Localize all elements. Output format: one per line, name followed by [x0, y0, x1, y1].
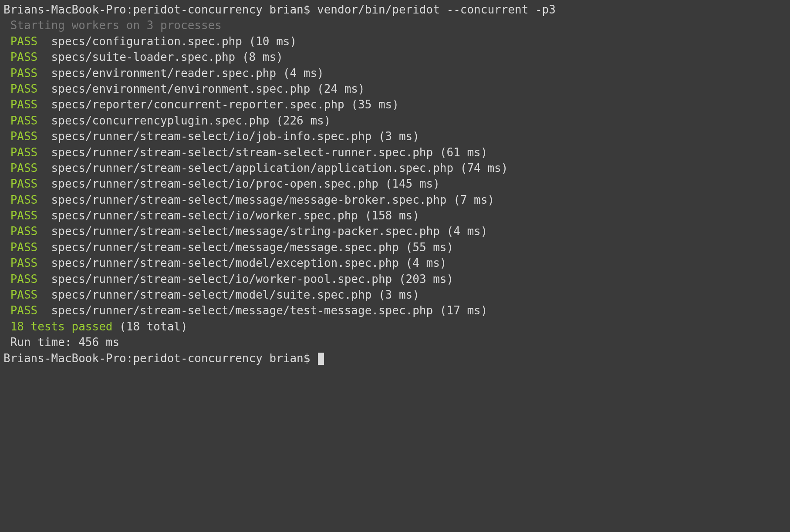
spec-file: specs/runner/stream-select/io/job-info.s…: [51, 130, 372, 143]
spec-time: (3 ms): [378, 130, 419, 143]
shell-prompt: Brians-MacBook-Pro:peridot-concurrency b…: [3, 3, 310, 16]
spec-file: specs/configuration.spec.php: [51, 35, 242, 48]
spec-time: (55 ms): [406, 241, 454, 254]
results-list: PASS specs/configuration.spec.php (10 ms…: [3, 34, 787, 319]
result-line: PASS specs/runner/stream-select/message/…: [3, 192, 787, 208]
pass-label: PASS: [3, 162, 37, 175]
spec-time: (3 ms): [378, 288, 419, 301]
spec-time: (226 ms): [276, 114, 331, 127]
tests-passed: 18 tests passed: [3, 320, 112, 333]
tests-total: (18 total): [112, 320, 187, 333]
spec-file: specs/runner/stream-select/model/suite.s…: [51, 288, 372, 301]
pass-label: PASS: [3, 225, 37, 238]
spec-time: (74 ms): [460, 162, 508, 175]
spec-file: specs/runner/stream-select/message/test-…: [51, 304, 433, 317]
pass-label: PASS: [3, 177, 37, 190]
result-line: PASS specs/runner/stream-select/model/ex…: [3, 255, 787, 271]
cursor-icon: [318, 353, 324, 365]
spec-file: specs/suite-loader.spec.php: [51, 51, 236, 64]
command-text: vendor/bin/peridot --concurrent -p3: [317, 3, 556, 16]
result-line: PASS specs/runner/stream-select/message/…: [3, 223, 787, 239]
startup-message: Starting workers on 3 processes: [3, 17, 787, 33]
result-line: PASS specs/runner/stream-select/model/su…: [3, 287, 787, 303]
shell-prompt: Brians-MacBook-Pro:peridot-concurrency b…: [3, 352, 310, 365]
result-line: PASS specs/runner/stream-select/io/job-i…: [3, 128, 787, 144]
spec-time: (4 ms): [406, 256, 447, 269]
spec-file: specs/runner/stream-select/stream-select…: [51, 146, 433, 159]
result-line: PASS specs/runner/stream-select/stream-s…: [3, 145, 787, 160]
result-line: PASS specs/runner/stream-select/io/proc-…: [3, 176, 787, 192]
result-line: PASS specs/concurrencyplugin.spec.php (2…: [3, 113, 787, 128]
spec-time: (35 ms): [351, 98, 399, 111]
spec-file: specs/runner/stream-select/io/worker.spe…: [51, 209, 358, 222]
spec-time: (61 ms): [440, 146, 488, 159]
pass-label: PASS: [3, 35, 37, 48]
spec-time: (4 ms): [283, 67, 324, 80]
pass-label: PASS: [3, 273, 37, 286]
result-line: PASS specs/runner/stream-select/io/worke…: [3, 271, 787, 287]
spec-time: (145 ms): [385, 177, 440, 190]
result-line: PASS specs/runner/stream-select/io/worke…: [3, 208, 787, 223]
spec-time: (158 ms): [365, 209, 419, 222]
spec-time: (4 ms): [447, 225, 488, 238]
result-line: PASS specs/suite-loader.spec.php (8 ms): [3, 49, 787, 65]
spec-time: (10 ms): [249, 35, 297, 48]
pass-label: PASS: [3, 114, 37, 127]
pass-label: PASS: [3, 51, 37, 64]
spec-time: (17 ms): [440, 304, 488, 317]
pass-label: PASS: [3, 146, 37, 159]
spec-file: specs/runner/stream-select/message/messa…: [51, 241, 399, 254]
spec-file: specs/runner/stream-select/message/strin…: [51, 225, 440, 238]
spec-time: (8 ms): [242, 51, 283, 64]
spec-time: (24 ms): [317, 82, 365, 95]
result-line: PASS specs/environment/environment.spec.…: [3, 81, 787, 97]
pass-label: PASS: [3, 288, 37, 301]
spec-time: (203 ms): [399, 273, 453, 286]
result-line: PASS specs/environment/reader.spec.php (…: [3, 65, 787, 81]
spec-file: specs/runner/stream-select/model/excepti…: [51, 256, 399, 269]
result-line: PASS specs/runner/stream-select/applicat…: [3, 160, 787, 176]
spec-file: specs/environment/environment.spec.php: [51, 82, 311, 95]
pass-label: PASS: [3, 98, 37, 111]
pass-label: PASS: [3, 130, 37, 143]
pass-label: PASS: [3, 256, 37, 269]
pass-label: PASS: [3, 241, 37, 254]
spec-file: specs/environment/reader.spec.php: [51, 67, 277, 80]
runtime-line: Run time: 456 ms: [3, 334, 787, 350]
spec-time: (7 ms): [453, 193, 494, 206]
pass-label: PASS: [3, 193, 37, 206]
spec-file: specs/runner/stream-select/application/a…: [51, 162, 454, 175]
terminal-output: Brians-MacBook-Pro:peridot-concurrency b…: [3, 2, 787, 366]
spec-file: specs/runner/stream-select/message/messa…: [51, 193, 447, 206]
pass-label: PASS: [3, 304, 37, 317]
result-line: PASS specs/reporter/concurrent-reporter.…: [3, 97, 787, 112]
spec-file: specs/runner/stream-select/io/worker-poo…: [51, 273, 392, 286]
prompt-line[interactable]: Brians-MacBook-Pro:peridot-concurrency b…: [3, 350, 787, 366]
spec-file: specs/concurrencyplugin.spec.php: [51, 114, 270, 127]
command-line: Brians-MacBook-Pro:peridot-concurrency b…: [3, 2, 787, 17]
pass-label: PASS: [3, 67, 37, 80]
spec-file: specs/runner/stream-select/io/proc-open.…: [51, 177, 378, 190]
pass-label: PASS: [3, 209, 37, 222]
pass-label: PASS: [3, 82, 37, 95]
result-line: PASS specs/runner/stream-select/message/…: [3, 303, 787, 318]
result-line: PASS specs/configuration.spec.php (10 ms…: [3, 34, 787, 49]
summary-line: 18 tests passed (18 total): [3, 319, 787, 334]
spec-file: specs/reporter/concurrent-reporter.spec.…: [51, 98, 344, 111]
result-line: PASS specs/runner/stream-select/message/…: [3, 239, 787, 255]
